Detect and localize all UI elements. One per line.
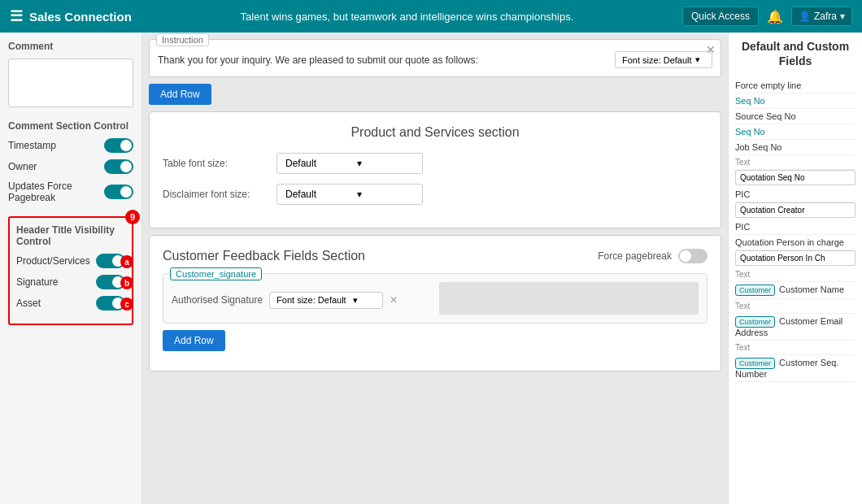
font-size-label: Font size: Default xyxy=(622,55,692,65)
badge-c: c xyxy=(120,298,133,311)
user-icon: 👤 xyxy=(799,11,811,22)
field-text-1: Text xyxy=(735,155,855,170)
updates-row: Updates Force Pagebreak xyxy=(8,180,133,203)
add-row-button-2[interactable]: Add Row xyxy=(163,330,225,351)
right-panel: Default and Custom Fields Force empty li… xyxy=(728,33,862,504)
customer-tag-2[interactable]: Customer xyxy=(735,316,775,328)
field-quotation-seq-input[interactable]: Quotation Seq No xyxy=(735,170,855,185)
owner-label: Owner xyxy=(8,161,37,172)
chevron-down-icon: ▾ xyxy=(840,11,845,22)
asset-row: Asset c xyxy=(16,296,125,311)
table-font-value: Default xyxy=(285,158,316,169)
disclaimer-font-label: Disclaimer font size: xyxy=(163,189,268,200)
feedback-header: Customer Feedback Fields Section Force p… xyxy=(163,249,707,263)
app-header: ☰ Sales Connection Talent wins games, bu… xyxy=(0,0,862,33)
disclaimer-font-row: Disclaimer font size: Default ▾ xyxy=(163,184,707,205)
product-services-label: Product/Services xyxy=(16,255,90,267)
feedback-title: Customer Feedback Fields Section xyxy=(163,249,365,263)
visibility-title: Header Title Visibility Control xyxy=(16,224,125,247)
table-font-select[interactable]: Default ▾ xyxy=(276,153,423,174)
user-badge[interactable]: 👤 Zafra ▾ xyxy=(791,7,852,26)
chevron-down-icon: ▾ xyxy=(357,158,362,169)
customer-feedback-section: Customer Feedback Fields Section Force p… xyxy=(149,235,721,371)
product-section-title: Product and Services section xyxy=(163,125,707,140)
field-job-seq[interactable]: Job Seq No xyxy=(735,140,855,155)
instruction-card: Instruction ✕ Thank you for your inquiry… xyxy=(149,39,721,77)
customer-tag-3[interactable]: Customer xyxy=(735,358,775,369)
signature-row: Signature b xyxy=(16,275,125,289)
instruction-row: Thank you for your inquiry. We are pleas… xyxy=(158,51,712,68)
owner-row: Owner xyxy=(8,159,133,174)
authorised-label: Authorised Signature xyxy=(172,294,263,306)
close-icon[interactable]: ✕ xyxy=(706,43,716,56)
chevron-down-icon: ▾ xyxy=(695,54,700,65)
signature-content: Authorised Signature Font size: Default … xyxy=(172,285,431,315)
field-customer-email[interactable]: Customer Customer Email Address xyxy=(735,314,855,341)
customer-tag-1[interactable]: Customer xyxy=(735,285,775,296)
field-seq-no-2[interactable]: Seq No xyxy=(735,124,855,140)
font-size-select[interactable]: Font size: Default ▾ xyxy=(615,51,712,68)
bell-icon[interactable]: 🔔 xyxy=(767,9,783,24)
field-person-in-charge[interactable]: Quotation Person in charge xyxy=(735,235,855,250)
chevron-down-icon: ▾ xyxy=(353,295,358,306)
owner-toggle[interactable] xyxy=(104,159,133,174)
field-quotation-creator-input[interactable]: Quotation Creator xyxy=(735,202,855,218)
field-customer-name[interactable]: Customer Customer Name xyxy=(735,282,855,299)
product-section-card: Product and Services section Table font … xyxy=(149,111,721,228)
header-tagline: Talent wins games, but teamwork and inte… xyxy=(141,11,673,23)
hamburger-icon[interactable]: ☰ xyxy=(10,7,23,25)
badge-a: a xyxy=(120,255,133,268)
field-seq-no-1[interactable]: Seq No xyxy=(735,93,855,109)
table-font-row: Table font size: Default ▾ xyxy=(163,153,707,174)
updates-toggle[interactable] xyxy=(104,185,133,199)
comment-label: Comment xyxy=(8,41,133,52)
header-right: Quick Access 🔔 👤 Zafra ▾ xyxy=(682,7,852,26)
signature-toggle-label: Signature xyxy=(16,276,58,288)
visibility-section: 9 Header Title Visibility Control Produc… xyxy=(8,216,133,325)
instruction-text: Thank you for your inquiry. We are pleas… xyxy=(158,54,607,66)
left-sidebar: Comment Comment Section Control Timestam… xyxy=(0,33,142,504)
force-pagebreak-row: Force pagebreak xyxy=(598,249,707,263)
product-services-row: Product/Services a xyxy=(16,254,125,268)
field-text-4: Text xyxy=(735,341,855,355)
force-pagebreak-label: Force pagebreak xyxy=(598,250,672,262)
brand-name: Sales Connection xyxy=(29,10,132,24)
disclaimer-font-select[interactable]: Default ▾ xyxy=(276,184,423,205)
comment-section: Comment xyxy=(8,41,133,107)
field-text-2: Text xyxy=(735,267,855,282)
signature-image xyxy=(439,282,699,315)
field-person-input[interactable]: Quotation Person In Ch xyxy=(735,250,855,266)
comment-section-control: Comment Section Control Timestamp Owner … xyxy=(8,120,133,203)
field-source-seq[interactable]: Source Seq No xyxy=(735,109,855,124)
field-customer-seq[interactable]: Customer Customer Seq. Number xyxy=(735,355,855,382)
sig-close-icon[interactable]: ✕ xyxy=(390,294,398,306)
table-font-label: Table font size: xyxy=(163,158,268,169)
instruction-tag: Instruction xyxy=(156,33,209,46)
brand-logo: ☰ Sales Connection xyxy=(10,7,132,25)
comment-section-label: Comment Section Control xyxy=(8,120,133,132)
force-pagebreak-toggle[interactable] xyxy=(678,249,707,263)
asset-toggle-label: Asset xyxy=(16,298,41,309)
timestamp-toggle[interactable] xyxy=(104,138,133,153)
updates-label: Updates Force Pagebreak xyxy=(8,180,104,203)
user-name: Zafra xyxy=(814,11,837,22)
badge-b: b xyxy=(120,276,133,289)
add-row-button[interactable]: Add Row xyxy=(149,84,211,105)
center-content: Instruction ✕ Thank you for your inquiry… xyxy=(142,33,728,504)
disclaimer-font-value: Default xyxy=(285,189,316,200)
sig-font-select[interactable]: Font size: Default ▾ xyxy=(269,292,383,309)
field-pic-2[interactable]: PIC xyxy=(735,219,855,235)
sig-font-label: Font size: Default xyxy=(276,295,346,305)
main-layout: Comment Comment Section Control Timestam… xyxy=(0,33,862,504)
signature-card: Customer_signature Authorised Signature … xyxy=(163,273,707,324)
badge-9: 9 xyxy=(125,210,140,224)
chevron-down-icon: ▾ xyxy=(357,189,362,200)
field-force-empty[interactable]: Force empty line xyxy=(735,78,855,93)
field-text-3: Text xyxy=(735,299,855,314)
quick-access-button[interactable]: Quick Access xyxy=(682,7,759,26)
comment-box[interactable] xyxy=(8,59,133,107)
signature-tag: Customer_signature xyxy=(170,267,262,280)
right-panel-title: Default and Custom Fields xyxy=(735,39,855,68)
field-pic-1[interactable]: PIC xyxy=(735,187,855,202)
timestamp-label: Timestamp xyxy=(8,140,56,151)
